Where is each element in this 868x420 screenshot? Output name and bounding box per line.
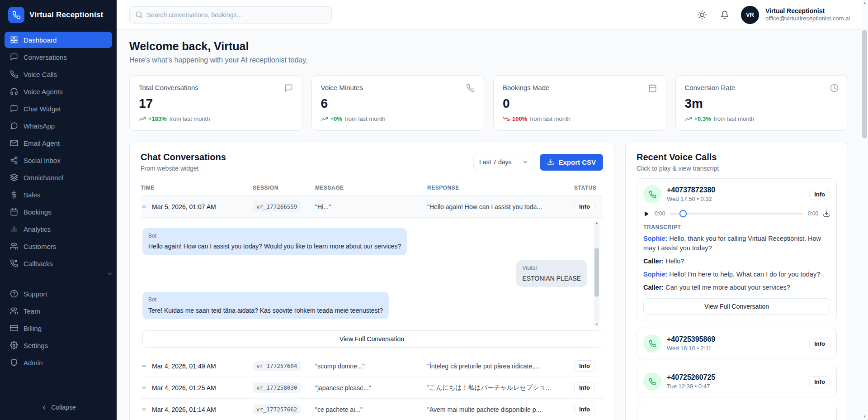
- table-row[interactable]: Mar 5, 2026, 01:07 AM vr_177266559 "Hi..…: [141, 196, 603, 218]
- row-response: "Înțeleg că prețurile pot părea ridicate…: [427, 363, 574, 370]
- sidebar-item-dashboard[interactable]: Dashboard: [5, 32, 112, 48]
- scrollbar-thumb[interactable]: [594, 248, 599, 297]
- search-input[interactable]: [147, 11, 326, 19]
- sidebar-item-social-inbox[interactable]: Social Inbox: [5, 152, 112, 168]
- chat-scrollbar[interactable]: ▴▾: [594, 220, 599, 327]
- account-info[interactable]: Virtual Receptionist office@virtualrecep…: [765, 7, 850, 23]
- row-response: "Avem mai multe pachete disponibile p...: [427, 406, 574, 413]
- call-number: +40737872380: [667, 186, 715, 194]
- sidebar-item-whatsapp[interactable]: WhatsApp: [5, 118, 112, 134]
- gear-icon: [10, 341, 18, 349]
- trend-up-icon: [685, 115, 692, 122]
- download-recording-button[interactable]: [823, 210, 830, 217]
- sidebar-item-billing[interactable]: Billing: [5, 320, 112, 336]
- session-id: vr_177266559: [253, 201, 301, 212]
- account-email: office@virtualreceptionist.com.ai: [765, 15, 850, 23]
- page-content: Welcome back, Virtual Here's what's happ…: [117, 30, 861, 420]
- scrollbar-thumb[interactable]: [862, 30, 867, 138]
- users-icon: [10, 307, 18, 315]
- chat-icon: [10, 53, 18, 61]
- row-message: "ce pachete ai...": [315, 406, 427, 413]
- sun-icon: [698, 10, 707, 19]
- notifications-button[interactable]: [717, 7, 733, 23]
- sidebar-item-label: Voice Calls: [24, 71, 57, 78]
- delta-note: from last month: [714, 115, 755, 122]
- scroll-up-arrow[interactable]: ▲: [863, 1, 867, 5]
- sidebar-item-conversations[interactable]: Conversations: [5, 49, 112, 65]
- player-seek-thumb[interactable]: [679, 210, 687, 217]
- theme-toggle-button[interactable]: [694, 7, 710, 23]
- avatar[interactable]: VR: [741, 6, 759, 24]
- sidebar-item-voice-agents[interactable]: Voice Agents: [5, 83, 112, 100]
- sidebar-item-voice-calls[interactable]: Voice Calls: [5, 66, 112, 82]
- sidebar-item-omnichannel[interactable]: Omnichannel: [5, 169, 112, 186]
- sidebar-item-callbacks[interactable]: Callbacks: [5, 255, 112, 272]
- date-range-select[interactable]: Last 7 days: [473, 154, 535, 170]
- table-row[interactable]: Mar 4, 2026, 01:25 AM vr_177258030 "japa…: [141, 377, 603, 399]
- export-csv-button[interactable]: Export CSV: [540, 154, 603, 171]
- call-phone-icon: [643, 334, 661, 353]
- stat-label: Conversion Rate: [685, 84, 736, 91]
- phone-callback-icon: [10, 259, 18, 267]
- view-full-conversation-button[interactable]: View Full Conversation: [643, 298, 830, 315]
- sidebar-item-customers[interactable]: Customers: [5, 238, 112, 254]
- phone-icon: [466, 84, 475, 92]
- page-subtitle: Here's what's happening with your AI rec…: [129, 56, 848, 64]
- scroll-up-arrow[interactable]: ▴: [596, 221, 598, 225]
- sidebar-item-analytics[interactable]: Analytics: [5, 221, 112, 237]
- sidebar-item-support[interactable]: Support: [5, 286, 112, 302]
- stat-card-total-conversations: Total Conversations 17 +183%from last mo…: [129, 75, 302, 131]
- row-message: "Hi...": [315, 203, 427, 210]
- sidebar-item-team[interactable]: Team: [5, 303, 112, 319]
- sidebar-item-sales[interactable]: Sales: [5, 186, 112, 203]
- collapse-button[interactable]: Collapse: [0, 397, 117, 420]
- sidebar-scroll-indicator[interactable]: [0, 271, 117, 277]
- transcript-line: Sophie: Hello! I'm here to help. What ca…: [643, 270, 830, 279]
- chevron-down-icon: [141, 363, 147, 369]
- player-total-time: 0:00: [808, 210, 818, 217]
- chat-widget-icon: [10, 105, 18, 113]
- sidebar-item-label: Bookings: [24, 208, 52, 216]
- status-badge: Info: [574, 404, 595, 415]
- chevron-down-icon: [107, 271, 113, 277]
- app-name: Virtual Receptionist: [29, 10, 103, 19]
- voice-call-card[interactable]: +40737872380 Wed 17:50 • 0:32 Info 0:00 …: [637, 178, 837, 321]
- table-row[interactable]: Mar 4, 2026, 01:49 AM vr_177257604 "scum…: [141, 355, 603, 377]
- call-status-badge: Info: [809, 189, 830, 200]
- delta-value: +183%: [148, 115, 167, 122]
- voice-call-card[interactable]: +40725260725 Tue 12:39 • 0:47 Info: [637, 366, 837, 397]
- stat-label: Total Conversations: [139, 84, 198, 91]
- sidebar-item-settings[interactable]: Settings: [5, 337, 112, 353]
- sidebar-item-chat-widget[interactable]: Chat Widget: [5, 100, 112, 117]
- panel-subtitle: From website widget: [141, 165, 226, 172]
- page-scrollbar[interactable]: ▲ ▼: [861, 0, 868, 420]
- stat-delta: +0.3%from last month: [685, 115, 839, 122]
- scroll-down-arrow[interactable]: ▼: [863, 415, 867, 419]
- recent-voice-calls-panel: Recent Voice Calls Click to play & view …: [625, 142, 848, 420]
- whatsapp-icon: [10, 122, 18, 130]
- sidebar-item-bookings[interactable]: Bookings: [5, 204, 112, 220]
- delta-value: +0.3%: [694, 115, 711, 122]
- sidebar-item-admin[interactable]: Admin: [5, 354, 112, 371]
- chat-icon: [284, 84, 293, 92]
- sidebar-item-email-agent[interactable]: Email Agent: [5, 135, 112, 151]
- player-seek-track[interactable]: [670, 213, 803, 215]
- voice-call-card-partial[interactable]: [637, 404, 837, 420]
- sidebar-item-label: Team: [24, 307, 40, 315]
- scroll-down-arrow[interactable]: ▾: [596, 322, 598, 326]
- headset-icon: [10, 87, 18, 95]
- credit-card-icon: [10, 324, 18, 332]
- voice-call-card[interactable]: +40725395869 Wed 16:10 • 2:11 Info: [637, 328, 837, 359]
- sidebar-item-label: Analytics: [24, 225, 51, 233]
- table-row[interactable]: Mar 4, 2026, 01:14 AM vr_177257662 "ce p…: [141, 399, 603, 420]
- share-icon: [10, 156, 18, 164]
- chat-messages: BotHello again! How can I assist you tod…: [142, 220, 602, 327]
- play-button[interactable]: [643, 210, 650, 217]
- message-sender: Bot: [148, 296, 383, 304]
- view-full-conversation-link[interactable]: View Full Conversation: [142, 330, 601, 348]
- sidebar-divider: [7, 280, 109, 280]
- stat-delta: 100%from last month: [503, 115, 657, 122]
- row-response: "こんにちは！私はバーチャルレセプショ...: [427, 384, 574, 392]
- session-id: vr_177257662: [253, 404, 301, 415]
- speaker-name: Sophie:: [643, 271, 667, 278]
